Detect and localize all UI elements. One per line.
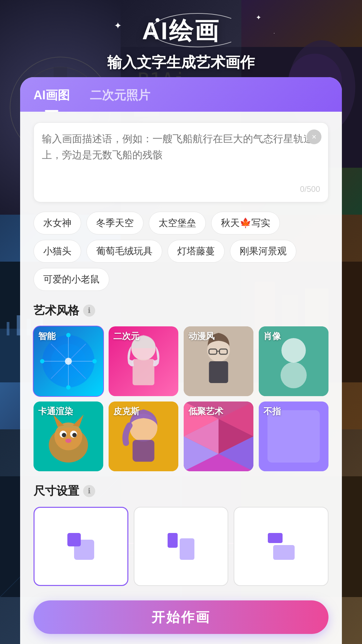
size-shape-portrait-bg [180,538,194,560]
tabs-container: AI画图 二次元照片 [20,77,342,112]
art-style-header: 艺术风格 ℹ [34,303,328,318]
tag-可爱的小老鼠[interactable]: 可爱的小老鼠 [34,268,109,291]
tag-秋天写实[interactable]: 秋天🍁写实 [211,212,280,234]
size-shape-portrait-fg [168,533,178,548]
size-card-landscape[interactable] [234,507,328,586]
size-icon-landscape [268,533,295,560]
sparkle-left: ✦ [114,20,122,31]
style-grid: 智能 二次元 [34,326,328,471]
char-count-footer: 0/500 [42,184,320,194]
svg-point-61 [62,433,66,437]
page-title: AI绘画 [142,15,220,47]
clear-button[interactable]: × [307,129,321,144]
style-label-portrait: 肖像 [263,330,281,342]
tag-葡萄毛绒玩具[interactable]: 葡萄毛绒玩具 [86,240,162,263]
tab-ai-draw[interactable]: AI画图 [34,87,70,112]
main-card: AI画图 二次元照片 × 0/500 水女神 冬季天空 太空堡垒 秋天🍁写实 小… [20,77,342,644]
text-input-container: × 0/500 [34,122,328,202]
style-card-anime[interactable]: 二次元 [109,326,178,396]
svg-point-52 [282,338,306,363]
style-label-pixar: 皮克斯 [113,406,139,417]
svg-point-39 [66,385,71,390]
svg-rect-76 [267,410,320,463]
svg-point-62 [72,433,77,437]
header: ✦ ✦ · AI绘画 输入文字生成艺术画作 [0,0,362,87]
size-shape-landscape-fg [268,533,283,543]
style-label-anime: 二次元 [113,330,139,342]
tag-小猫头[interactable]: 小猫头 [34,240,81,263]
svg-point-40 [40,359,45,364]
style-card-portrait[interactable]: 肖像 [259,326,328,396]
style-label-cartoon: 卡通渲染 [38,406,73,417]
size-icon-portrait [168,533,194,560]
tag-灯塔藤蔓[interactable]: 灯塔藤蔓 [168,240,225,263]
size-settings-title: 尺寸设置 [34,483,79,499]
svg-point-41 [93,359,97,364]
art-style-title: 艺术风格 [34,303,79,318]
size-icon-square [67,533,94,560]
tag-水女神[interactable]: 水女神 [34,212,81,234]
svg-point-42 [65,358,72,365]
description-input[interactable] [42,131,320,179]
svg-point-56 [54,422,82,450]
style-card-pixar[interactable]: 皮克斯 [109,401,178,471]
size-card-portrait[interactable] [134,507,229,586]
size-settings-header: 尺寸设置 ℹ [34,483,328,499]
sparkle-right-small: · [274,30,275,36]
svg-rect-13 [7,322,9,335]
size-info-icon[interactable]: ℹ [83,485,95,497]
style-card-cartoon[interactable]: 卡通渲染 [34,401,103,471]
tag-刚果河景观[interactable]: 刚果河景观 [230,240,296,263]
generate-btn-container: 开始作画 [34,600,328,634]
size-shape-landscape-bg [273,545,295,560]
svg-rect-14 [17,315,20,335]
style-label-manga: 动漫风 [188,330,215,342]
tags-container: 水女神 冬季天空 太空堡垒 秋天🍁写实 小猫头 葡萄毛绒玩具 灯塔藤蔓 刚果河景… [34,212,328,291]
svg-rect-50 [209,361,228,383]
style-card-lowpoly[interactable]: 低聚艺术 [184,401,253,471]
sparkle-right-top: ✦ [256,13,261,21]
page-subtitle: 输入文字生成艺术画作 [107,53,255,72]
tab-anime-photo[interactable]: 二次元照片 [90,87,150,112]
card-content: × 0/500 水女神 冬季天空 太空堡垒 秋天🍁写实 小猫头 葡萄毛绒玩具 灯… [20,112,342,605]
svg-rect-53 [281,362,307,388]
generate-button[interactable]: 开始作画 [34,600,328,634]
svg-rect-66 [133,440,155,462]
style-label-lowpoly: 低聚艺术 [188,406,223,417]
style-card-nospec[interactable]: 不指 [259,401,328,471]
char-count: 0/500 [300,184,320,194]
svg-point-38 [66,333,71,337]
svg-point-63 [65,439,71,443]
size-card-square[interactable] [34,507,128,586]
style-label-intelligent: 智能 [38,330,56,342]
tag-冬季天空[interactable]: 冬季天空 [86,212,143,234]
svg-rect-44 [133,359,155,385]
style-label-nospec: 不指 [263,406,281,417]
tag-太空堡垒[interactable]: 太空堡垒 [149,212,206,234]
size-shape-square-fg [67,533,81,546]
style-card-manga[interactable]: 动漫风 [184,326,253,396]
art-style-info-icon[interactable]: ℹ [83,305,95,317]
size-grid [34,507,328,586]
style-card-intelligent[interactable]: 智能 [34,326,103,396]
